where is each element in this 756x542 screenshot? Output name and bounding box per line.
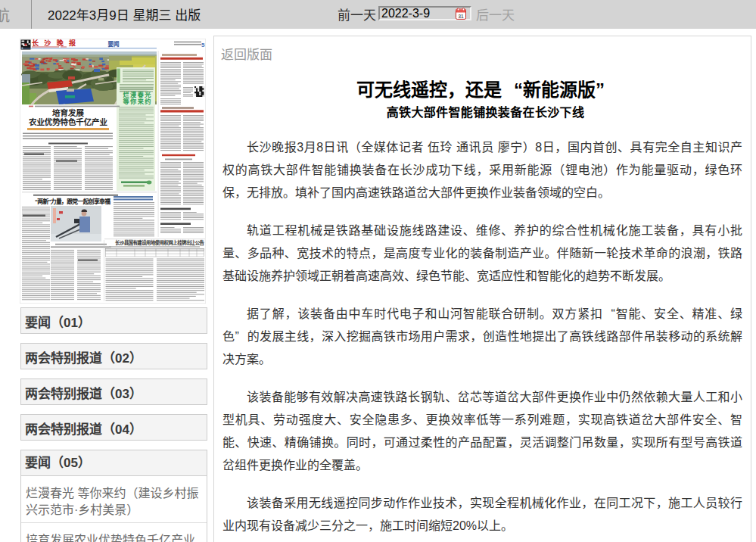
svg-text:农业优势特色千亿产业: 农业优势特色千亿产业 — [28, 117, 108, 126]
svg-text:31: 31 — [458, 14, 464, 19]
svg-text:等你来约: 等你来约 — [123, 98, 151, 105]
svg-text:烂漫春光: 烂漫春光 — [123, 91, 152, 98]
svg-text:5: 5 — [201, 42, 205, 48]
svg-text:“两新”力量，跟党一起创享幸福: “两新”力量，跟党一起创享幸福 — [35, 198, 110, 205]
svg-text:培育发展: 培育发展 — [52, 108, 84, 117]
svg-text:要闻: 要闻 — [107, 40, 120, 48]
svg-text:长沙县国有建设用地使用权网上挂牌出让公告: 长沙县国有建设用地使用权网上挂牌出让公告 — [115, 239, 205, 246]
